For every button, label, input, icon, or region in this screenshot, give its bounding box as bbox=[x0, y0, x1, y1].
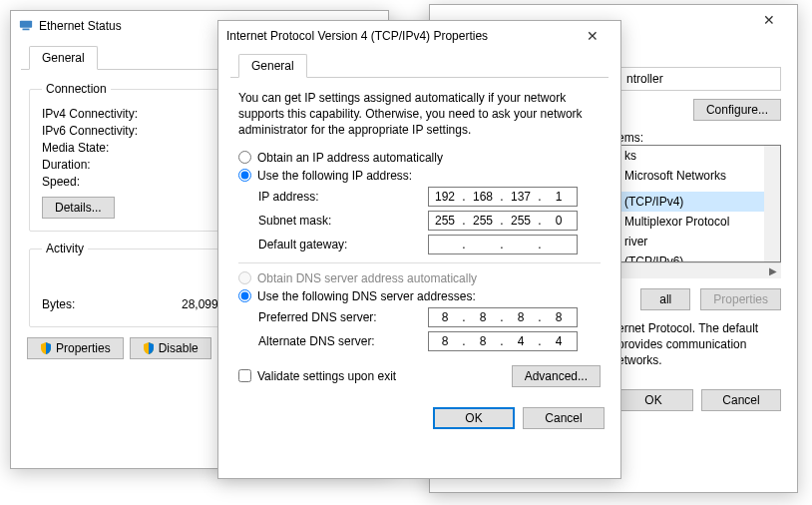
scrollbar-vertical[interactable] bbox=[764, 146, 780, 261]
shield-icon bbox=[143, 342, 155, 354]
connection-row-label: IPv4 Connectivity: bbox=[42, 107, 182, 121]
ip-octet[interactable] bbox=[429, 237, 461, 252]
ip-address-input[interactable]: ... bbox=[428, 187, 578, 207]
network-icon bbox=[19, 18, 33, 35]
radio-auto-ip-label: Obtain an IP address automatically bbox=[257, 151, 443, 165]
ip-octet[interactable] bbox=[467, 189, 499, 205]
connection-row-label: Duration: bbox=[42, 158, 182, 172]
radio-use-ip-label: Use the following IP address: bbox=[257, 169, 412, 183]
ok-button[interactable]: OK bbox=[613, 389, 693, 411]
ip-octet[interactable] bbox=[505, 333, 537, 349]
default-gateway-label: Default gateway: bbox=[258, 238, 418, 252]
connection-row-label: Media State: bbox=[42, 141, 182, 155]
list-item[interactable]: Multiplexor Protocol bbox=[618, 212, 764, 232]
subnet-mask-label: Subnet mask: bbox=[258, 214, 418, 228]
activity-legend: Activity bbox=[42, 242, 88, 255]
ipv4-properties-window: Internet Protocol Version 4 (TCP/IPv4) P… bbox=[217, 20, 621, 479]
connection-row-label: IPv6 Connectivity: bbox=[42, 124, 182, 138]
radio-use-ip[interactable]: Use the following IP address: bbox=[238, 169, 601, 183]
ip-octet[interactable] bbox=[429, 333, 461, 349]
radio-use-dns-label: Use the following DNS server addresses: bbox=[257, 289, 476, 303]
radio-auto-dns: Obtain DNS server address automatically bbox=[238, 271, 601, 285]
close-button[interactable]: ✕ bbox=[749, 8, 789, 32]
subnet-mask-input[interactable]: ... bbox=[428, 211, 578, 231]
list-item[interactable]: (TCP/IPv6) bbox=[618, 252, 764, 262]
validate-checkbox-input[interactable] bbox=[238, 369, 251, 382]
disable-button-label: Disable bbox=[159, 341, 199, 355]
properties-button[interactable]: Properties bbox=[27, 337, 124, 359]
ip-octet[interactable] bbox=[429, 189, 461, 205]
items-list[interactable]: ksMicrosoft Networks(TCP/IPv4)Multiplexo… bbox=[617, 145, 781, 262]
ip-octet[interactable] bbox=[543, 213, 575, 229]
properties-button[interactable]: Properties bbox=[700, 288, 781, 310]
ip-octet[interactable] bbox=[505, 309, 537, 325]
ok-button[interactable]: OK bbox=[433, 407, 515, 429]
scroll-right-icon[interactable]: ▶ bbox=[765, 263, 781, 279]
ip-octet[interactable] bbox=[467, 237, 499, 252]
ip-octet[interactable] bbox=[467, 309, 499, 325]
alternate-dns-input[interactable]: ... bbox=[428, 331, 578, 351]
ip-octet[interactable] bbox=[505, 213, 537, 229]
titlebar[interactable]: Internet Protocol Version 4 (TCP/IPv4) P… bbox=[218, 21, 620, 51]
preferred-dns-input[interactable]: ... bbox=[428, 307, 578, 327]
svg-rect-0 bbox=[20, 20, 32, 27]
ip-octet[interactable] bbox=[543, 333, 575, 349]
svg-rect-1 bbox=[23, 28, 30, 30]
ip-octet[interactable] bbox=[543, 309, 575, 325]
tab-general[interactable]: General bbox=[29, 46, 98, 70]
ip-octet[interactable] bbox=[543, 189, 575, 205]
window-title: Internet Protocol Version 4 (TCP/IPv4) P… bbox=[226, 29, 573, 43]
shield-icon bbox=[40, 342, 52, 354]
ip-octet[interactable] bbox=[505, 189, 537, 205]
list-item[interactable]: Microsoft Networks bbox=[618, 166, 764, 186]
ip-octet[interactable] bbox=[505, 237, 537, 252]
adapter-name-text: ntroller bbox=[626, 72, 663, 86]
cancel-button[interactable]: Cancel bbox=[523, 407, 605, 429]
ip-address-label: IP address: bbox=[258, 190, 418, 204]
ip-octet[interactable] bbox=[467, 333, 499, 349]
description-text: ernet Protocol. The default provides com… bbox=[617, 320, 781, 369]
items-label: ems: bbox=[617, 131, 781, 145]
ip-octet[interactable] bbox=[429, 213, 461, 229]
list-item[interactable]: river bbox=[618, 232, 764, 252]
tab-general[interactable]: General bbox=[238, 54, 307, 78]
connection-row-label: Speed: bbox=[42, 175, 182, 189]
radio-auto-ip-input[interactable] bbox=[238, 151, 251, 164]
install-button[interactable]: all bbox=[640, 288, 690, 310]
ip-octet[interactable] bbox=[467, 213, 499, 229]
advanced-button[interactable]: Advanced... bbox=[512, 365, 601, 387]
disable-button[interactable]: Disable bbox=[130, 337, 211, 359]
ip-octet[interactable] bbox=[543, 237, 575, 252]
connection-legend: Connection bbox=[42, 82, 111, 96]
list-item[interactable]: (TCP/IPv4) bbox=[618, 192, 764, 212]
adapter-name-field: ntroller bbox=[617, 67, 781, 91]
cancel-button[interactable]: Cancel bbox=[701, 389, 781, 411]
properties-button-label: Properties bbox=[56, 341, 111, 355]
validate-checkbox-label: Validate settings upon exit bbox=[257, 369, 396, 383]
radio-auto-dns-input bbox=[238, 271, 251, 284]
validate-checkbox[interactable]: Validate settings upon exit bbox=[238, 369, 512, 383]
default-gateway-input[interactable]: ... bbox=[428, 235, 578, 254]
radio-auto-ip[interactable]: Obtain an IP address automatically bbox=[238, 151, 601, 165]
list-item[interactable]: ks bbox=[618, 146, 764, 166]
details-button[interactable]: Details... bbox=[42, 197, 115, 219]
preferred-dns-label: Preferred DNS server: bbox=[258, 310, 418, 324]
bytes-label: Bytes: bbox=[42, 297, 182, 311]
intro-text: You can get IP settings assigned automat… bbox=[238, 90, 601, 139]
radio-use-dns-input[interactable] bbox=[238, 289, 251, 302]
radio-use-dns[interactable]: Use the following DNS server addresses: bbox=[238, 289, 601, 303]
close-button[interactable]: ✕ bbox=[573, 24, 612, 48]
configure-button[interactable]: Configure... bbox=[693, 99, 781, 121]
radio-auto-dns-label: Obtain DNS server address automatically bbox=[257, 271, 477, 285]
scrollbar-horizontal[interactable]: ▶ bbox=[617, 262, 781, 278]
alternate-dns-label: Alternate DNS server: bbox=[258, 334, 418, 348]
ip-octet[interactable] bbox=[429, 309, 461, 325]
radio-use-ip-input[interactable] bbox=[238, 169, 251, 182]
